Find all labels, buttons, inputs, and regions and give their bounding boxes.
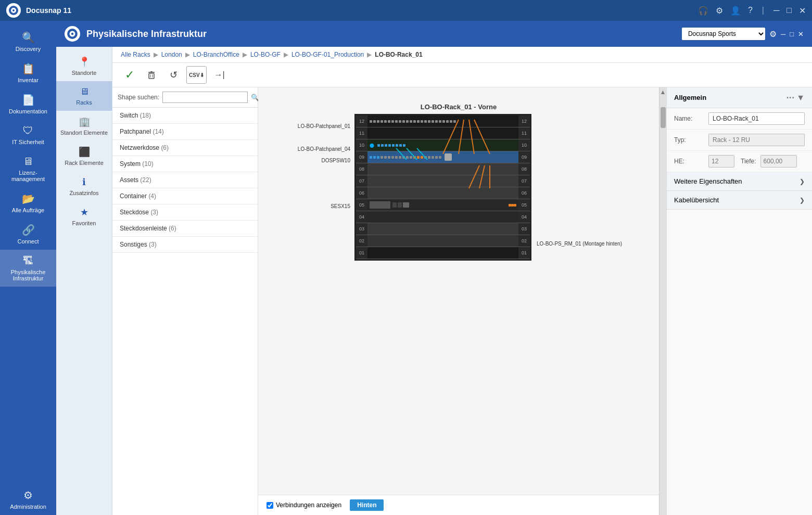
breadcrumb-lo-branchoffice[interactable]: LO-BranchOffice	[193, 51, 239, 58]
restore-button[interactable]: □	[786, 6, 792, 15]
gear-icon[interactable]: ⚙	[716, 6, 723, 16]
verbindungen-label: Verbindungen anzeigen	[276, 501, 341, 509]
shape-item-switch[interactable]: Switch (18)	[112, 108, 258, 124]
sidebar-item-administration-label: Administration	[10, 504, 46, 510]
confirm-button[interactable]: ✓	[121, 66, 138, 84]
prop-typ-field: Typ:	[667, 130, 812, 151]
titlebar-controls: 🎧 ⚙ 👤 ? | ─ □ ✕	[698, 6, 806, 16]
breadcrumb-production[interactable]: LO-BO-GF-01_Production	[291, 51, 364, 58]
titlebar: Docusnap 11 🎧 ⚙ 👤 ? | ─ □ ✕	[0, 0, 812, 21]
refresh-button[interactable]: ↺	[164, 66, 182, 84]
slot-8	[367, 163, 518, 175]
content-area: Physikalische Infrastruktur Docusnap Spo…	[56, 21, 812, 515]
breadcrumb-london[interactable]: London	[161, 51, 182, 58]
switch-device[interactable]	[367, 151, 518, 163]
slot-4	[367, 211, 518, 223]
shape-search-input[interactable]	[162, 92, 248, 103]
label-dospsw10: DOSPSW10	[321, 158, 350, 163]
rack-inner: LO-BO-Rack_01 - Vorne LO-BO-Patchpanel_0…	[258, 87, 659, 495]
prop-name-input[interactable]	[708, 112, 805, 125]
rack-visualization: LO-BO-Rack_01 - Vorne LO-BO-Patchpanel_0…	[282, 103, 636, 261]
sidebar-item-dokumentation[interactable]: 📄 Dokumentation	[0, 88, 56, 120]
arrow-button[interactable]: →|	[211, 66, 229, 84]
patchpanel-04-device[interactable]: ⬤	[367, 139, 518, 151]
svg-point-2	[12, 9, 15, 11]
slot-6	[367, 187, 518, 199]
patchpanel-01-device[interactable]	[367, 115, 518, 127]
sidebar-item-discovery-label: Discovery	[16, 46, 41, 52]
zusatzinfos-icon: ℹ	[82, 176, 86, 188]
user-icon[interactable]: 👤	[730, 6, 741, 16]
app-header-right: Docusnap Sports ⚙ ─ □ ✕	[682, 28, 804, 40]
sidebar-item-lizenz-label: Lizenz-management	[3, 170, 53, 182]
shape-item-steckdosenleiste[interactable]: Steckdosenleiste (6)	[112, 221, 258, 237]
delete-button[interactable]	[143, 66, 160, 84]
shape-item-container[interactable]: Container (4)	[112, 188, 258, 204]
minimize-button[interactable]: ─	[773, 6, 779, 15]
prop-typ-input	[708, 134, 805, 146]
sidebar-item-discovery[interactable]: 🔍 Discovery	[0, 26, 56, 57]
prop-kabeluebersicht[interactable]: Kabelübersicht ❯	[667, 191, 812, 210]
slot-11	[367, 127, 518, 139]
close-button[interactable]: ✕	[799, 6, 806, 16]
sidebar-item-administration[interactable]: ⚙ Administration	[0, 484, 56, 515]
breadcrumb-alle-racks[interactable]: Alle Racks	[121, 51, 150, 58]
prop-he-label: HE:	[674, 158, 705, 165]
csv-export-button[interactable]: CSV⬇	[186, 66, 207, 84]
shape-list: Switch (18) Patchpanel (14) Netzwerkdose…	[112, 108, 258, 515]
workspace-select[interactable]: Docusnap Sports	[682, 28, 765, 40]
standorte-label: Standorte	[72, 70, 97, 76]
lizenz-icon: 🖥	[23, 156, 33, 168]
administration-icon: ⚙	[23, 489, 33, 501]
sidebar-item-lizenz[interactable]: 🖥 Lizenz-management	[0, 150, 56, 187]
prop-allgemein-header: Allgemein ⋯ ▼	[667, 87, 812, 108]
shape-panel: Shape suchen: 🔍 ✏ Switch (18) Patchpanel…	[112, 87, 258, 515]
second-sidebar-zusatzinfos[interactable]: ℹ Zusatzinfos	[56, 171, 112, 201]
inventar-icon: 📋	[22, 62, 35, 75]
headset-icon[interactable]: 🎧	[698, 6, 708, 16]
rack-scrollbar[interactable]: ▲	[659, 87, 666, 515]
header-settings-icon[interactable]: ⚙	[769, 29, 777, 39]
prop-allgemein-title: Allgemein	[674, 94, 706, 101]
verbindungen-checkbox-label[interactable]: Verbindungen anzeigen	[267, 501, 341, 509]
second-sidebar-racks[interactable]: 🖥 Racks	[56, 81, 112, 111]
sidebar-item-inventar[interactable]: 📋 Inventar	[0, 57, 56, 88]
rack-row-2: 02 02	[356, 235, 530, 247]
breadcrumb-rack01[interactable]: LO-BO-Rack_01	[375, 51, 422, 58]
rack-canvas: LO-BO-Rack_01 - Vorne LO-BO-Patchpanel_0…	[258, 87, 659, 515]
standort-elemente-icon: 🏢	[79, 116, 90, 127]
second-sidebar-rack-elemente[interactable]: ⬛ Rack Elemente	[56, 141, 112, 171]
label-sesx15: SESX15	[331, 203, 350, 209]
prop-weitere-eigenschaften[interactable]: Weitere Eigenschaften ❯	[667, 172, 812, 191]
rack-row-10: 10 ⬤ 10	[356, 139, 530, 151]
sidebar-item-connect-label: Connect	[18, 238, 39, 244]
second-sidebar-standorte[interactable]: 📍 Standorte	[56, 51, 112, 81]
rack-row-5: 05	[356, 199, 530, 211]
prop-weitere-label: Weitere Eigenschaften	[674, 177, 742, 185]
prop-he-input[interactable]	[708, 155, 734, 168]
help-icon[interactable]: ?	[748, 6, 753, 15]
shape-item-patchpanel[interactable]: Patchpanel (14)	[112, 124, 258, 140]
scroll-thumb[interactable]	[661, 107, 666, 128]
header-minimize-button[interactable]: ─	[781, 30, 785, 38]
breadcrumb-lo-bo-gf[interactable]: LO-BO-GF	[250, 51, 281, 58]
main-panel: Alle Racks ▶ London ▶ LO-BranchOffice ▶ …	[112, 47, 812, 515]
header-restore-button[interactable]: □	[790, 30, 794, 38]
sidebar-item-physikalische[interactable]: 🏗 Physikalische Infrastruktur	[0, 250, 56, 287]
second-sidebar-standort-elemente[interactable]: 🏢 Standort Elemente	[56, 111, 112, 141]
server-sesx15-device[interactable]	[367, 199, 518, 211]
shape-item-assets[interactable]: Assets (22)	[112, 172, 258, 188]
hinten-button[interactable]: Hinten	[350, 499, 384, 511]
second-sidebar-favoriten[interactable]: ★ Favoriten	[56, 201, 112, 231]
sidebar-item-connect[interactable]: 🔗 Connect	[0, 218, 56, 250]
prop-options-button[interactable]: ⋯ ▼	[786, 93, 805, 102]
shape-item-sonstiges[interactable]: Sonstiges (3)	[112, 237, 258, 253]
sidebar-item-it-sicherheit[interactable]: 🛡 IT Sicherheit	[0, 120, 56, 150]
sidebar-item-alle-auftraege[interactable]: 📂 Alle Aufträge	[0, 187, 56, 218]
shape-item-netzwerkdose[interactable]: Netzwerkdose (6)	[112, 140, 258, 156]
shape-item-steckdose[interactable]: Steckdose (3)	[112, 204, 258, 221]
shape-item-system[interactable]: System (10)	[112, 156, 258, 172]
prop-tiefe-input[interactable]	[760, 155, 797, 168]
verbindungen-checkbox[interactable]	[267, 502, 273, 509]
header-close-button[interactable]: ✕	[798, 30, 804, 38]
